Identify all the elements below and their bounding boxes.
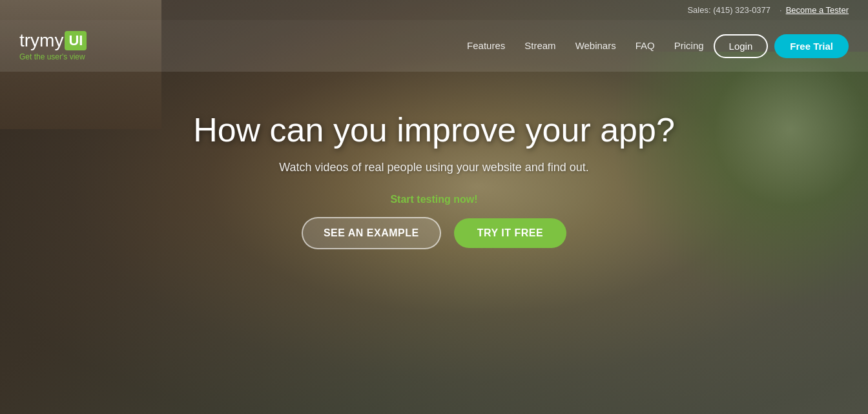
nav-link-stream[interactable]: Stream bbox=[524, 40, 555, 51]
logo[interactable]: trymy UI Get the user's view bbox=[19, 30, 87, 61]
sales-phone: Sales: (415) 323-0377 bbox=[687, 5, 770, 15]
nav-item-webinars[interactable]: Webinars bbox=[575, 40, 616, 52]
nav-links: Features Stream Webinars FAQ Pricing bbox=[467, 40, 704, 52]
nav-item-features[interactable]: Features bbox=[467, 40, 505, 52]
hero-content: How can you improve your app? Watch vide… bbox=[0, 72, 868, 249]
try-it-free-button[interactable]: TRY IT FREE bbox=[454, 218, 566, 248]
see-example-button[interactable]: SEE AN EXAMPLE bbox=[302, 217, 441, 249]
hero-buttons: SEE AN EXAMPLE TRY IT FREE bbox=[302, 217, 566, 249]
hero-subtext: Watch videos of real people using your w… bbox=[279, 161, 589, 174]
nav-link-webinars[interactable]: Webinars bbox=[575, 40, 616, 51]
login-button[interactable]: Login bbox=[714, 34, 769, 58]
hero-cta-label: Start testing now! bbox=[390, 194, 477, 205]
nav-link-features[interactable]: Features bbox=[467, 40, 505, 51]
nav-item-stream[interactable]: Stream bbox=[524, 40, 555, 52]
become-tester-link[interactable]: Become a Tester bbox=[786, 5, 849, 15]
nav-item-faq[interactable]: FAQ bbox=[636, 40, 655, 52]
logo-ui-badge: UI bbox=[65, 31, 87, 50]
nav-link-faq[interactable]: FAQ bbox=[636, 40, 655, 51]
nav-item-pricing[interactable]: Pricing bbox=[674, 40, 704, 52]
hero-heading: How can you improve your app? bbox=[193, 110, 675, 149]
top-bar: Sales: (415) 323-0377 · Become a Tester bbox=[0, 0, 868, 20]
separator: · bbox=[780, 5, 782, 15]
logo-tagline: Get the user's view bbox=[19, 52, 87, 61]
navbar: trymy UI Get the user's view Features St… bbox=[0, 20, 868, 72]
nav-link-pricing[interactable]: Pricing bbox=[674, 40, 704, 51]
free-trial-button[interactable]: Free Trial bbox=[774, 34, 849, 58]
logo-trymmy: trymy bbox=[19, 30, 63, 51]
